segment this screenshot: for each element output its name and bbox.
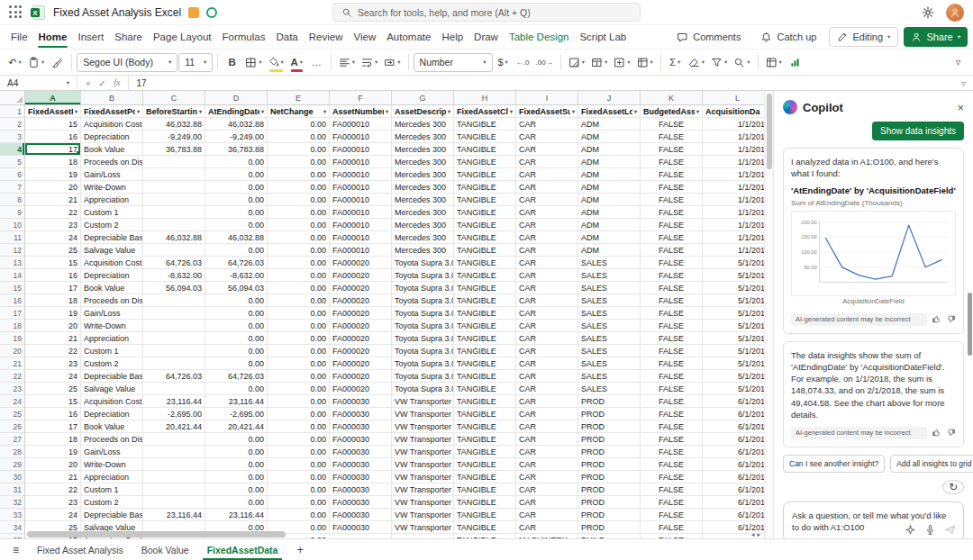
cell-A2[interactable]: 15 (25, 118, 81, 131)
cell-F24[interactable]: FA000030 (330, 395, 392, 408)
cell-I22[interactable]: CAR (516, 370, 578, 383)
cell-K8[interactable]: FALSE (641, 194, 703, 206)
cell-B16[interactable]: Proceeds on Disposal (81, 294, 143, 307)
cell-F22[interactable]: FA000020 (330, 370, 392, 383)
formula-input[interactable]: 17 (129, 76, 954, 90)
cell-L18[interactable]: 5/1/2018 (703, 320, 764, 332)
menu-help[interactable]: Help (436, 25, 468, 49)
cell-G22[interactable]: Toyota Supra 3.0i (392, 370, 454, 383)
cell-B31[interactable]: Custom 1 (81, 483, 143, 496)
cell-B23[interactable]: Salvage Value (81, 383, 143, 395)
filter-icon[interactable]: ▾ (634, 108, 637, 114)
cell-B24[interactable]: Acquisition Cost (81, 395, 143, 408)
cell-B1[interactable]: FixedAssetPo▾ (81, 105, 143, 118)
cell-J29[interactable]: PROD (578, 458, 641, 471)
cell-H17[interactable]: TANGIBLE (454, 307, 516, 320)
cell-B17[interactable]: Gain/Loss (81, 307, 143, 320)
all-sheets-menu-icon[interactable]: ≡ (9, 544, 23, 556)
cell-L20[interactable]: 5/1/2018 (703, 345, 764, 357)
cell-C12[interactable] (143, 244, 205, 257)
cell-I15[interactable]: CAR (516, 282, 578, 294)
cell-A6[interactable]: 19 (25, 168, 81, 181)
filter-icon[interactable]: ▾ (323, 108, 326, 114)
cell-I18[interactable]: CAR (516, 320, 578, 332)
cell-A10[interactable]: 23 (25, 219, 81, 231)
cell-G14[interactable]: Toyota Supra 3.0i (392, 269, 454, 282)
cell-H13[interactable]: TANGIBLE (454, 257, 516, 269)
cell-D7[interactable]: 0.00 (205, 181, 268, 194)
cell-J10[interactable]: ADM (578, 219, 641, 231)
cell-E30[interactable]: 0.00 (268, 471, 330, 483)
cell-B3[interactable]: Depreciation (81, 131, 143, 143)
fill-color-button[interactable]: ▾ (266, 51, 286, 73)
send-icon[interactable] (944, 524, 956, 536)
menu-home[interactable]: Home (33, 25, 73, 49)
filter-icon[interactable]: ▾ (75, 108, 77, 114)
cell-J14[interactable]: SALES (578, 269, 641, 282)
cell-L28[interactable]: 6/1/2018 (703, 446, 764, 458)
cell-D8[interactable]: 0.00 (205, 194, 268, 206)
align-button[interactable]: ▾ (336, 51, 358, 73)
cell-L1[interactable]: AcquisitionDa▾ (703, 105, 764, 118)
cancel-icon[interactable]: × (86, 78, 91, 88)
cell-B29[interactable]: Write-Down (81, 458, 143, 471)
cell-D3[interactable]: -9,249.00 (205, 131, 268, 143)
cell-I21[interactable]: CAR (516, 357, 578, 370)
thumbs-up-icon[interactable] (932, 314, 941, 324)
cell-E23[interactable]: 0.00 (268, 383, 330, 395)
cell-I29[interactable]: CAR (516, 458, 578, 471)
cell-K17[interactable]: FALSE (641, 307, 703, 320)
cell-G13[interactable]: Toyota Supra 3.0i (392, 257, 454, 269)
cell-C13[interactable]: 64,726.03 (143, 257, 205, 269)
cell-C21[interactable] (143, 357, 205, 370)
cell-I11[interactable]: CAR (516, 231, 578, 244)
cell-J30[interactable]: PROD (578, 471, 641, 483)
cell-G25[interactable]: VW Transporter (392, 408, 454, 420)
analyze-data-button[interactable] (786, 51, 805, 73)
cell-A33[interactable]: 24 (25, 509, 81, 521)
cell-L3[interactable]: 1/1/2018 (703, 131, 764, 143)
cell-F31[interactable]: FA000030 (330, 483, 392, 496)
cell-C23[interactable] (143, 383, 205, 395)
cell-B15[interactable]: Book Value (81, 282, 143, 294)
cell-L2[interactable]: 1/1/2018 (703, 118, 764, 131)
microphone-icon[interactable] (924, 524, 936, 536)
cell-I32[interactable]: CAR (516, 496, 578, 509)
cell-F29[interactable]: FA000030 (330, 458, 392, 471)
cell-J18[interactable]: SALES (578, 320, 641, 332)
cell-J33[interactable]: PROD (578, 509, 641, 521)
menu-file[interactable]: File (5, 25, 33, 49)
cell-G12[interactable]: Mercedes 300 (392, 244, 454, 257)
close-icon[interactable]: × (957, 102, 964, 113)
column-header-K[interactable]: K (641, 91, 703, 104)
cell-E33[interactable]: 0.00 (268, 509, 330, 521)
scroll-left-icon[interactable]: ◂ (751, 531, 755, 537)
cell-D5[interactable]: 0.00 (205, 156, 268, 168)
cell-I30[interactable]: CAR (516, 471, 578, 483)
cell-G21[interactable]: Toyota Supra 3.0i (392, 357, 454, 370)
cell-B4[interactable]: Book Value (81, 143, 143, 156)
filter-icon[interactable]: ▾ (572, 108, 575, 114)
cell-G4[interactable]: Mercedes 300 (392, 143, 454, 156)
cell-F17[interactable]: FA000020 (330, 307, 392, 320)
conditional-formatting-button[interactable]: ▾ (566, 51, 587, 73)
cell-I9[interactable]: CAR (516, 206, 578, 219)
cell-K18[interactable]: FALSE (641, 320, 703, 332)
cell-B27[interactable]: Proceeds on Disposal (81, 433, 143, 446)
cell-H30[interactable]: TANGIBLE (454, 471, 516, 483)
cell-G6[interactable]: Mercedes 300 (392, 168, 454, 181)
cell-E31[interactable]: 0.00 (268, 483, 330, 496)
cell-E17[interactable]: 0.00 (268, 307, 330, 320)
copilot-input[interactable]: Ask a question, or tell me what you'd li… (783, 501, 964, 538)
cell-K26[interactable]: FALSE (641, 420, 703, 433)
menu-formulas[interactable]: Formulas (217, 25, 271, 49)
row-header-16[interactable]: 16 (0, 294, 25, 307)
cell-G27[interactable]: VW Transporter (392, 433, 454, 446)
cell-F26[interactable]: FA000030 (330, 420, 392, 433)
column-header-B[interactable]: B (81, 91, 143, 104)
cell-I16[interactable]: CAR (516, 294, 578, 307)
cell-G18[interactable]: Toyota Supra 3.0i (392, 320, 454, 332)
cell-K23[interactable]: FALSE (641, 383, 703, 395)
cell-styles-button[interactable]: ▾ (634, 51, 656, 73)
cell-H11[interactable]: TANGIBLE (454, 231, 516, 244)
